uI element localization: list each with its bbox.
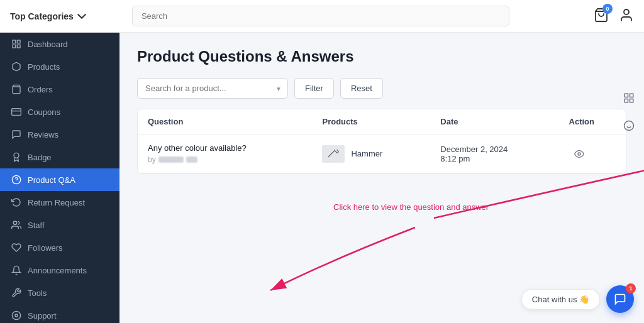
table-row: Any other colour available? by [138, 134, 626, 173]
main-content: Product Questions & Answers ▼ Filter Res… [119, 33, 644, 323]
product-image [322, 145, 345, 163]
chevron-down-icon [77, 12, 86, 21]
chat-bubble-icon [614, 293, 626, 305]
author-name-blurred [158, 156, 184, 163]
sidebar-item-followers[interactable]: Followers [0, 236, 119, 259]
brand-label: Top Categories [10, 11, 74, 21]
filter-button[interactable]: Filter [294, 78, 334, 99]
sidebar-item-reviews[interactable]: Reviews [0, 123, 119, 146]
sidebar-item-support[interactable]: Support [0, 304, 119, 323]
svg-rect-4 [13, 45, 16, 48]
svg-rect-20 [335, 150, 339, 153]
sidebar-item-orders[interactable]: Orders [0, 78, 119, 101]
sidebar-item-coupons[interactable]: Coupons [0, 101, 119, 123]
col-question: Question [138, 109, 312, 134]
date-value: December 2, 20248:12 pm [440, 145, 548, 163]
col-products: Products [312, 109, 430, 134]
user-icon [619, 8, 634, 23]
sidebar-label-orders: Orders [28, 85, 53, 94]
reset-button[interactable]: Reset [340, 78, 383, 99]
cart-badge: 0 [602, 4, 613, 14]
chat-badge: 1 [626, 283, 636, 293]
top-navbar: Top Categories 0 [0, 0, 644, 33]
view-action-button[interactable] [569, 144, 589, 164]
product-search-input[interactable] [137, 78, 288, 99]
svg-point-12 [13, 221, 16, 224]
qa-table: Question Products Date Action Any other … [137, 109, 626, 174]
dashboard-icon [11, 39, 21, 49]
grid-icon [623, 92, 635, 104]
chat-label[interactable]: Chat with us 👋 [521, 289, 600, 310]
sidebar-label-tools: Tools [28, 288, 47, 298]
user-avatar-button[interactable] [619, 8, 634, 25]
sidebar: Dashboard Products Orders Coupons Review… [0, 33, 119, 323]
svg-rect-25 [625, 99, 628, 102]
sidebar-item-dashboard[interactable]: Dashboard [0, 33, 119, 55]
svg-point-27 [625, 121, 634, 131]
return-icon [11, 197, 21, 207]
sidebar-label-products: Products [28, 62, 60, 72]
svg-rect-26 [630, 99, 633, 102]
date-cell: December 2, 20248:12 pm [430, 134, 558, 173]
sidebar-label-return-request: Return Request [28, 198, 85, 207]
annotation-text: Click here to view the question and answ… [333, 202, 489, 212]
search-input[interactable] [132, 6, 509, 26]
question-by: by [148, 155, 302, 164]
chat-open-button[interactable]: 1 [606, 285, 634, 313]
svg-rect-7 [12, 109, 21, 116]
top-categories-dropdown[interactable]: Top Categories [10, 11, 86, 21]
sidebar-label-badge: Badge [28, 153, 52, 162]
topnav-icons: 0 [594, 8, 634, 25]
product-info: Hammer [322, 145, 420, 163]
sidebar-label-dashboard: Dashboard [28, 40, 68, 49]
eye-icon [574, 149, 584, 159]
svg-rect-3 [17, 40, 20, 43]
svg-line-19 [328, 151, 335, 157]
svg-point-21 [578, 153, 580, 155]
sidebar-label-staff: Staff [28, 221, 45, 230]
smiley-button[interactable] [619, 116, 639, 136]
author-extra-blurred [186, 156, 197, 163]
svg-point-1 [624, 9, 629, 14]
products-icon [11, 62, 21, 72]
followers-icon [11, 243, 21, 253]
svg-point-13 [12, 311, 20, 319]
sidebar-label-product-qa: Product Q&A [28, 175, 75, 185]
sidebar-item-announcements[interactable]: Announcements [0, 259, 119, 282]
sidebar-label-reviews: Reviews [28, 130, 58, 140]
question-text: Any other colour available? [148, 143, 302, 153]
sidebar-item-products[interactable]: Products [0, 55, 119, 78]
table: Question Products Date Action Any other … [138, 109, 626, 173]
chat-widget: Chat with us 👋 1 [521, 285, 634, 313]
announcements-icon [11, 265, 21, 275]
svg-point-9 [14, 153, 19, 158]
question-cell: Any other colour available? by [138, 134, 312, 173]
time-value: 8:12 pm [440, 154, 470, 163]
qa-icon [11, 175, 21, 185]
sidebar-item-return-request[interactable]: Return Request [0, 191, 119, 214]
main-layout: Dashboard Products Orders Coupons Review… [0, 33, 644, 323]
badge-icon [11, 152, 21, 162]
svg-rect-24 [630, 94, 633, 97]
staff-icon [11, 220, 21, 230]
sidebar-item-product-qa[interactable]: Product Q&A [0, 168, 119, 191]
grid-view-button[interactable] [619, 88, 639, 108]
cart-button[interactable]: 0 [594, 8, 609, 25]
smiley-icon [623, 120, 635, 131]
coupons-icon [11, 107, 21, 117]
reviews-icon [11, 129, 21, 140]
filter-row: ▼ Filter Reset [137, 78, 626, 99]
product-cell: Hammer [312, 134, 430, 173]
sidebar-item-staff[interactable]: Staff [0, 214, 119, 236]
svg-rect-2 [13, 40, 16, 43]
sidebar-item-tools[interactable]: Tools [0, 282, 119, 304]
dropdown-arrow-icon: ▼ [275, 85, 282, 92]
right-side-panel [614, 83, 644, 141]
sidebar-label-announcements: Announcements [28, 266, 87, 275]
col-date: Date [430, 109, 558, 134]
svg-rect-23 [625, 94, 628, 97]
hammer-icon [327, 150, 340, 158]
by-label: by [148, 155, 156, 164]
sidebar-item-badge[interactable]: Badge [0, 146, 119, 168]
svg-point-14 [15, 314, 18, 317]
